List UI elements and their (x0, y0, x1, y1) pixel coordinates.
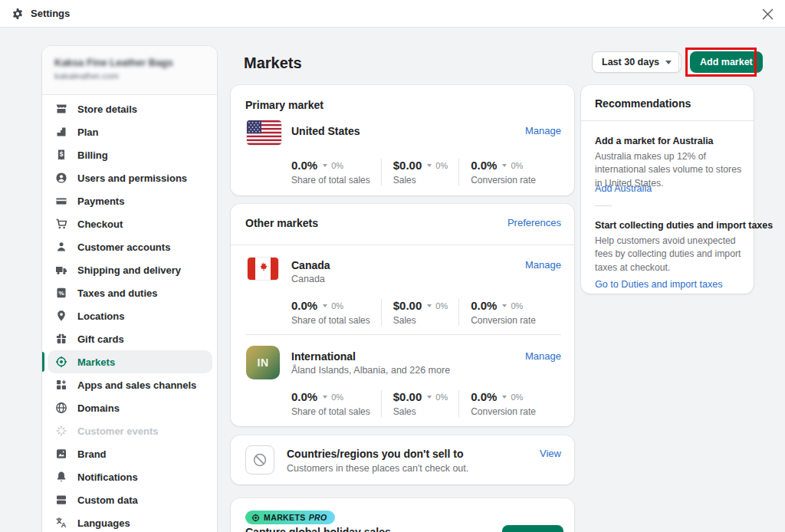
recommendation-body: Help customers avoid unexpected fees by … (595, 235, 747, 274)
sidebar-item-label: Gift cards (77, 333, 124, 345)
international-badge-icon: IN (246, 346, 280, 379)
caret-down-icon (502, 304, 507, 307)
close-icon[interactable] (756, 2, 779, 25)
person-icon (55, 241, 67, 253)
sidebar-item-label: Customer accounts (77, 241, 170, 253)
other-markets-card: Other markets Preferences Canada Canada … (231, 204, 574, 426)
stat-sales: $0.000% Sales (393, 159, 459, 186)
manage-link[interactable]: Manage (525, 125, 561, 136)
stat-label: Conversion rate (471, 406, 536, 417)
sidebar-item-markets[interactable]: Markets (48, 350, 212, 373)
add-australia-link[interactable]: Add Australia (595, 183, 652, 194)
markets-pro-badge: MARKETS PRO (245, 511, 335, 524)
sidebar-item-store-details[interactable]: Store details (48, 97, 212, 120)
gear-icon (11, 8, 24, 20)
sidebar-item-customer-accounts[interactable]: Customer accounts (48, 235, 212, 258)
stat-value: 0.0% (291, 390, 317, 403)
canada-flag-icon (248, 258, 278, 280)
sidebar-item-brand[interactable]: Brand (48, 442, 212, 465)
stat-delta: 0% (435, 392, 448, 402)
divider (231, 245, 574, 245)
stat-delta: 0% (331, 392, 343, 402)
sidebar-item-shipping-and-delivery[interactable]: Shipping and delivery (48, 258, 212, 281)
stat-share: 0.0%0% Share of total sales (291, 390, 382, 417)
sidebar-item-label: Locations (77, 310, 124, 322)
sidebar-item-payments[interactable]: Payments (48, 189, 212, 212)
sidebar-item-label: Customer events (77, 425, 158, 437)
view-link[interactable]: View (540, 448, 561, 459)
date-range-dropdown[interactable]: Last 30 days (592, 51, 682, 73)
plan-icon (55, 126, 67, 138)
stat-conversion: 0.0%0% Conversion rate (471, 159, 536, 186)
badge-text: MARKETS (264, 513, 306, 522)
sidebar-item-custom-data[interactable]: Custom data (48, 488, 212, 511)
recommendations-card: Recommendations Add a market for Austral… (581, 85, 754, 294)
svg-text:A: A (61, 521, 67, 529)
billing-icon: $ (55, 149, 67, 161)
date-range-label: Last 30 days (602, 57, 659, 67)
sidebar-item-taxes-and-duties[interactable]: % Taxes and duties (48, 281, 212, 304)
stat-value: $0.00 (393, 299, 422, 312)
bell-icon (55, 471, 67, 483)
excluded-countries-card: Countries/regions you don't sell to Cust… (231, 435, 574, 484)
caret-down-icon (502, 164, 507, 167)
sidebar-item-apps-and-sales-channels[interactable]: Apps and sales channels (48, 373, 212, 396)
storefront-icon (55, 103, 67, 115)
translate-icon: A (55, 517, 67, 529)
sidebar-item-checkout[interactable]: Checkout (48, 212, 212, 235)
duties-import-taxes-link[interactable]: Go to Duties and import taxes (595, 279, 723, 290)
sidebar-item-gift-cards[interactable]: Gift cards (48, 327, 212, 350)
caret-down-icon (502, 396, 507, 399)
excluded-subtitle: Customers in these places can't check ou… (287, 463, 468, 474)
stat-conversion: 0.0%0% Conversion rate (471, 299, 536, 326)
store-header: Kaksa Fine Leather Bags kakaleather.com (42, 46, 217, 95)
recommendations-header: Recommendations (581, 85, 754, 121)
apps-grid-icon (55, 379, 67, 391)
database-icon (55, 494, 67, 506)
manage-link[interactable]: Manage (525, 259, 561, 271)
sidebar-item-label: Taxes and duties (77, 287, 158, 299)
market-subtitle: Canada (291, 274, 325, 284)
globe-icon (55, 402, 67, 414)
markets-target-icon (55, 356, 67, 368)
no-sell-icon (245, 445, 274, 475)
stat-value: $0.00 (393, 390, 422, 403)
market-stats: 0.0%0% Share of total sales $0.000% Sale… (291, 159, 536, 186)
chevron-down-icon (665, 61, 672, 64)
sidebar-nav: Store details Plan $ Billing Users and p… (42, 95, 217, 532)
stat-label: Share of total sales (291, 406, 370, 417)
stat-sales: $0.000% Sales (393, 390, 459, 417)
sidebar-item-locations[interactable]: Locations (48, 304, 212, 327)
sidebar-item-label: Payments (77, 195, 124, 207)
header-divider (678, 54, 679, 71)
stat-delta: 0% (435, 301, 448, 310)
percent-icon: % (55, 287, 67, 299)
store-domain: kakaleather.com (54, 71, 119, 80)
sidebar-item-users-and-permissions[interactable]: Users and permissions (48, 166, 212, 189)
stat-label: Share of total sales (291, 315, 370, 326)
divider (595, 205, 612, 206)
preferences-link[interactable]: Preferences (507, 217, 561, 228)
sidebar-item-billing[interactable]: $ Billing (48, 143, 212, 166)
sidebar-item-domains[interactable]: Domains (48, 396, 212, 419)
stat-sales: $0.000% Sales (393, 299, 459, 326)
window-title: Settings (31, 8, 70, 19)
divider (245, 334, 561, 335)
markets-pro-icon (251, 514, 260, 522)
sidebar-item-label: Custom data (77, 494, 138, 506)
page-title: Markets (244, 54, 302, 72)
markets-pro-cta-button[interactable] (502, 525, 563, 532)
sidebar-item-plan[interactable]: Plan (48, 120, 212, 143)
add-market-button[interactable]: Add market (690, 51, 763, 73)
payments-icon (55, 195, 67, 207)
svg-text:%: % (58, 290, 64, 297)
manage-link[interactable]: Manage (525, 350, 561, 362)
stat-value: 0.0% (291, 299, 317, 312)
sidebar-item-notifications[interactable]: Notifications (48, 465, 212, 488)
us-flag-icon (247, 120, 281, 145)
sidebar-item-languages[interactable]: A Languages (48, 511, 212, 532)
svg-text:$: $ (60, 150, 64, 158)
caret-down-icon (323, 304, 327, 307)
truck-icon (55, 264, 67, 276)
sidebar-item-customer-events: Customer events (48, 419, 212, 442)
